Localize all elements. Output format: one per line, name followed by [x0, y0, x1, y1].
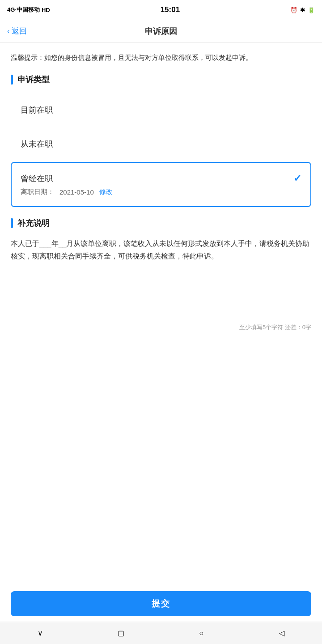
bluetooth-icon: ✱ — [300, 7, 305, 13]
square-icon: ▢ — [118, 629, 124, 637]
section-bar-icon — [11, 75, 13, 85]
textarea-wrapper: 至少填写5个字符 还差：0字 — [11, 237, 311, 331]
bottom-nav: ∨ ▢ ○ ◁ — [0, 622, 322, 644]
battery-icon: 🔋 — [308, 7, 315, 13]
status-bar: 4G·中国移动 HD 15:01 ⏰ ✱ 🔋 — [0, 0, 322, 20]
resign-date-value: 2021-05-10 — [59, 188, 94, 196]
option-currently-employed-inner: 目前在职 — [21, 105, 301, 115]
section-type-title: 申诉类型 — [11, 74, 311, 85]
supplement-textarea[interactable] — [11, 237, 311, 318]
status-icons: ⏰ ✱ 🔋 — [290, 7, 315, 13]
section-supplement-label: 补充说明 — [17, 218, 50, 229]
option-never-employed-label: 从未在职 — [21, 139, 53, 149]
notice-section: 温馨提示：如您的身份信息被冒用，且无法与对方单位取得联系，可以发起申诉。 — [11, 52, 311, 64]
nav-square-button[interactable]: ▢ — [112, 624, 130, 642]
option-list: 目前在职 从未在职 曾经在职 ✓ 离职日期： 2021-05-10 修改 — [11, 94, 311, 209]
option-formerly-employed-label: 曾经在职 — [21, 173, 53, 184]
nav-bar: ‹ 返回 申诉原因 — [0, 20, 322, 43]
word-count-hint: 至少填写5个字符 还差：0字 — [11, 323, 311, 331]
section-supplement-title: 补充说明 — [11, 218, 311, 229]
modify-date-link[interactable]: 修改 — [99, 188, 113, 196]
nav-down-button[interactable]: ∨ — [31, 624, 49, 642]
resign-date-label: 离职日期： — [21, 188, 54, 196]
supplement-section: 补充说明 至少填写5个字符 还差：0字 — [11, 218, 311, 331]
notice-prefix: 温馨提示： — [11, 54, 44, 61]
nav-home-button[interactable]: ○ — [192, 624, 210, 642]
section-supplement-bar-icon — [11, 218, 13, 228]
option-currently-employed[interactable]: 目前在职 — [11, 94, 311, 126]
page-content: 温馨提示：如您的身份信息被冒用，且无法与对方单位取得联系，可以发起申诉。 申诉类… — [0, 43, 322, 586]
status-time: 15:01 — [161, 5, 180, 14]
back-label: 返回 — [12, 26, 27, 36]
chevron-left-icon: ‹ — [7, 27, 10, 36]
option-formerly-employed-subinfo: 离职日期： 2021-05-10 修改 — [21, 188, 301, 196]
page-title: 申诉原因 — [145, 26, 177, 37]
notice-body: 如您的身份信息被冒用，且无法与对方单位取得联系，可以发起申诉。 — [44, 54, 252, 61]
hd-badge: HD — [42, 7, 50, 13]
option-never-employed[interactable]: 从未在职 — [11, 128, 311, 160]
nav-back-button[interactable]: ◁ — [273, 624, 291, 642]
chevron-down-icon: ∨ — [38, 629, 43, 637]
status-left: 4G·中国移动 HD — [7, 6, 50, 14]
option-formerly-employed-inner: 曾经在职 ✓ — [21, 173, 301, 184]
alarm-icon: ⏰ — [290, 7, 297, 13]
option-formerly-employed[interactable]: 曾经在职 ✓ 离职日期： 2021-05-10 修改 — [11, 162, 311, 207]
signal-text: 4G·中国移动 — [7, 6, 40, 14]
option-currently-employed-label: 目前在职 — [21, 105, 53, 115]
circle-icon: ○ — [199, 629, 203, 637]
option-never-employed-inner: 从未在职 — [21, 139, 301, 149]
submit-button[interactable]: 提交 — [11, 591, 311, 616]
submit-area: 提交 — [0, 586, 322, 622]
check-icon: ✓ — [293, 173, 301, 184]
section-type-label: 申诉类型 — [17, 74, 50, 85]
back-button[interactable]: ‹ 返回 — [7, 26, 27, 36]
back-arrow-icon: ◁ — [279, 629, 284, 637]
